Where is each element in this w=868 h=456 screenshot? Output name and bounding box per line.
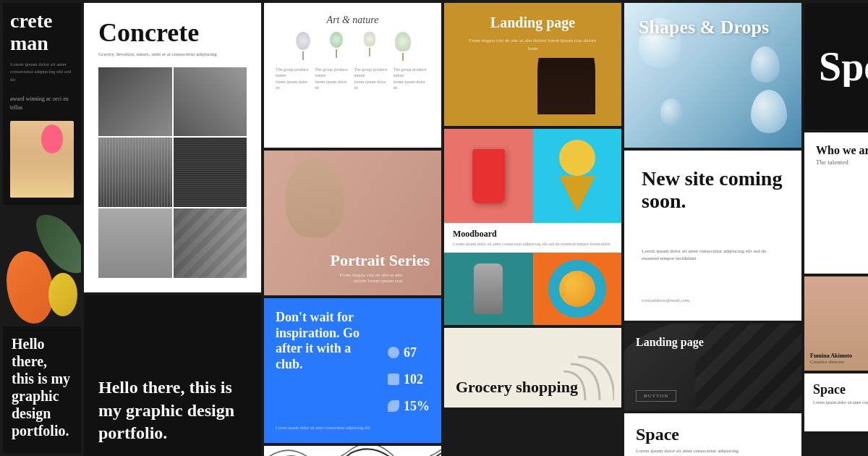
space-partial-title: Space [813,382,868,397]
card-grocery: Grocery shopping [444,328,621,408]
partial-small: Lorem ipsum dolor sit amet consectetur a… [10,61,74,84]
drop-3 [660,98,682,126]
mb-plate-cell [533,253,622,325]
flower-3 [359,32,380,61]
art-nature-title: Art & nature [276,14,430,26]
card-spe: Spe [804,3,868,130]
mb-cup-cell [444,129,533,223]
card-who-we-are: Who we are The talented [804,132,868,274]
whoare-title: Who we are [816,144,868,157]
landing-title: Landing page [490,14,575,31]
portrait-overlay-text: Portrait Series From magna visi ab alte … [331,252,430,284]
stat-value-1: 67 [404,345,417,360]
stat-value-2: 102 [404,372,423,387]
card-art-nature: Art & nature [264,3,441,148]
partial-body: award winning ac orci eu tellus [10,95,74,112]
portrait-sub: From magna visi ab alte ut aler dolore l… [331,272,403,284]
card-landing-page-top: Landing page From magna visi ab alte ut … [444,3,621,126]
photo-curves-2 [174,67,247,137]
card-space: Space Lorem ipsum dolor sit amet consect… [624,413,801,456]
person1-name: Fumina Akimoto [810,352,852,359]
landing-dark-label: Landing page [636,335,704,349]
mb-vase-cell [444,253,533,325]
col-4: Landing page From magna visi ab alte ut … [444,3,621,408]
shapes-text: Shapes & Drops [639,17,769,38]
newsite-body: Lorem ipsum dolor sit amet consectetur a… [642,248,784,263]
inspiration-left: Don't wait for inspiration. Go after it … [276,310,380,431]
shapes-title: Shapes & Drops [639,17,769,38]
inspiration-text: Don't wait for inspiration. Go after it … [276,310,380,372]
arch-pattern-svg [264,446,441,456]
card-portrait-series: Portrait Series From magna visi ab alte … [264,151,441,295]
card-moodboard: Moodboard Lorem ipsum dolor sit amet con… [444,129,621,325]
stats-column: 67 102 15% [388,327,430,431]
space-body: Lorem ipsum dolor sit amet consectetur a… [636,447,790,455]
concrete-title: Concrete [98,17,247,48]
card-fruit [3,208,81,324]
flower-2 [326,32,347,61]
drop-2 [751,46,780,83]
flower-1 [292,32,314,61]
card-new-site: New site coming soon. Lorem ipsum dolor … [624,151,801,321]
newsite-email: youraddress@mail.com [642,297,784,303]
partial-title: crete man [10,10,74,55]
landing-body: From magna visi ab alte ut aler dolore l… [468,37,598,52]
grocery-title: Grocery shopping [456,379,610,396]
stat-2: 102 [388,372,423,387]
hello-portfolio-text: Hello there, this is my graphic design p… [98,376,247,444]
stat-icon-3 [388,400,399,412]
photo-curves-1 [98,67,172,137]
photo-wavy-2 [174,138,247,207]
space-partial-body: Lorem ipsum dolor sit amet consectetur a… [813,400,868,405]
hello-text: Hello there, this is my graphic design p… [12,335,72,439]
card-space-partial: Space Lorem ipsum dolor sit amet consect… [804,373,868,431]
card-inspiration: Don't wait for inspiration. Go after it … [264,298,441,443]
stat-icon-2 [388,373,399,385]
flower-4 [392,32,414,61]
card-arch-pattern [264,446,441,456]
mb-cone-cell [533,129,622,223]
mb-label: Moodboard Lorem ipsum dolor sit amet con… [444,223,621,253]
col-5: Shapes & Drops New site coming soon. Lor… [624,3,801,456]
concrete-photo-grid [98,67,247,279]
flower-row [276,32,430,61]
stat-icon-1 [388,347,399,358]
landing-button[interactable]: BUTTON [636,390,676,402]
card-partial-title: crete man Lorem ipsum dolor sit amet con… [3,3,81,205]
person1-role: Creative director [810,359,852,365]
newsite-title: New site coming soon. [642,168,784,213]
card-hello: Hello there, this is my graphic design p… [84,295,261,456]
stat-3: 15% [388,399,430,414]
space-title: Space [636,425,790,444]
person1-info: Fumina Akimoto Creative director [810,352,852,365]
stat-1: 67 [388,345,417,360]
card-black-bottom: Hello there, this is my graphic design p… [3,326,81,453]
main-layout: crete man Lorem ipsum dolor sit amet con… [0,0,868,456]
concrete-subtitle: Gravity, devotion, nature, ordo et al co… [98,51,247,59]
card-landing-dark: Landing page BUTTON [624,324,801,410]
whoare-sub: The talented [816,159,868,166]
photo-stairs-1 [98,208,172,278]
photo-stairs-2 [174,208,247,278]
landing-button-area[interactable]: BUTTON [636,387,676,402]
art-descriptions: The group produce naturelorem ipsum dolo… [276,67,430,136]
col-6: Spe Who we are The talented Fumina Akimo… [804,3,868,434]
landing-label: Landing page [636,335,704,349]
col-1: crete man Lorem ipsum dolor sit amet con… [3,3,81,453]
portrait-title: Portrait Series [331,252,430,269]
photo-wavy-1 [98,138,172,207]
spe-title: Spe [819,46,868,87]
inspiration-body: Lorem ipsum dolor sit amet consectetur a… [276,425,380,431]
stat-value-3: 15% [404,399,430,414]
card-person-1: Fumina Akimoto Creative director [804,276,868,371]
card-shapes-drops: Shapes & Drops [624,3,801,148]
col-3: Art & nature [264,3,441,456]
col-2: Concrete Gravity, devotion, nature, ordo… [84,3,261,456]
card-concrete: Concrete Gravity, devotion, nature, ordo… [84,3,261,292]
moodboard-label: Moodboard [453,229,613,240]
